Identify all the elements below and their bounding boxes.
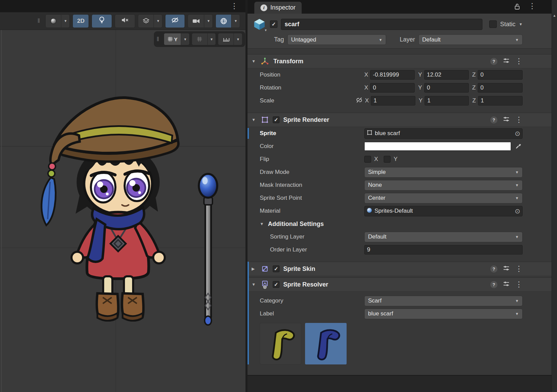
tab-label: Inspector	[270, 4, 296, 11]
presets-icon[interactable]	[503, 116, 510, 124]
sprite-skin-component: ▶ ✓ Sprite Skin ? ⋮	[248, 262, 552, 276]
inspector-menu-icon[interactable]: ⋮	[528, 2, 536, 10]
object-picker-icon[interactable]: ⊙	[515, 130, 520, 137]
grid-toolbar-drag-handle[interactable]: ‖	[157, 36, 160, 43]
sprite-resolver-enabled-checkbox[interactable]: ✓	[273, 281, 280, 288]
chevron-down-icon[interactable]: ▼	[204, 15, 212, 28]
component-menu-icon[interactable]: ⋮	[515, 116, 523, 124]
hidden-objects-button[interactable]	[165, 14, 185, 28]
presets-icon[interactable]	[503, 58, 510, 65]
scale-link-icon[interactable]	[355, 97, 363, 105]
gameobject-name-field[interactable]	[281, 19, 482, 30]
order-in-layer-label: Order in Layer	[260, 246, 364, 253]
sprite-renderer-foldout[interactable]: ▼	[252, 117, 257, 122]
rotation-y-field[interactable]	[424, 83, 469, 93]
thumbnail-blue-scarf[interactable]	[305, 323, 347, 364]
transform-foldout[interactable]: ▼	[252, 59, 257, 64]
tab-inspector[interactable]: i Inspector	[254, 2, 302, 14]
category-dropdown[interactable]: Scarf ▼	[364, 296, 523, 306]
rotation-x-field[interactable]	[370, 83, 415, 93]
chevron-down-icon[interactable]: ▼	[234, 33, 242, 45]
lighting-toggle-button[interactable]	[92, 14, 112, 28]
component-menu-icon[interactable]: ⋮	[515, 265, 523, 273]
scene-canvas[interactable]	[0, 0, 245, 392]
audio-mute-button[interactable]	[115, 14, 135, 28]
grid-visibility-button[interactable]: ▼	[192, 33, 216, 45]
static-checkbox[interactable]	[489, 20, 497, 28]
sprite-label: Sprite	[260, 130, 364, 137]
flip-y-label: Y	[394, 156, 397, 163]
chevron-down-icon[interactable]: ▼	[181, 33, 189, 45]
sprite-object-field[interactable]: blue scarf ⊙	[364, 128, 523, 139]
2d-toggle-button[interactable]: 2D	[73, 14, 89, 28]
gameobject-active-checkbox[interactable]: ✓	[270, 20, 277, 28]
layer-dropdown[interactable]: Default ▼	[418, 34, 523, 45]
flip-x-checkbox[interactable]	[364, 156, 371, 163]
label-dropdown[interactable]: blue scarf ▼	[364, 309, 523, 319]
help-icon[interactable]: ?	[490, 58, 497, 65]
chevron-down-icon[interactable]: ▼	[232, 15, 240, 28]
inspector-scrollbar[interactable]: ▲	[552, 0, 557, 392]
scene-menu-icon[interactable]: ⋮	[230, 2, 238, 10]
mask-interaction-dropdown[interactable]: None ▼	[364, 180, 523, 191]
position-x-field[interactable]	[370, 70, 415, 80]
snap-increment-button[interactable]: ▼	[218, 33, 242, 45]
color-label: Color	[260, 143, 364, 150]
sprite-renderer-enabled-checkbox[interactable]: ✓	[273, 116, 280, 123]
scale-z-field[interactable]	[478, 96, 523, 105]
scale-y-field[interactable]	[425, 96, 469, 105]
component-menu-icon[interactable]: ⋮	[515, 281, 523, 288]
chevron-down-icon[interactable]: ▼	[61, 15, 69, 28]
flip-label: Flip	[260, 156, 364, 163]
static-label: Static	[500, 21, 515, 28]
sprite-resolver-foldout[interactable]: ▼	[252, 282, 257, 287]
color-swatch[interactable]	[364, 142, 511, 151]
rotation-z-field[interactable]	[478, 83, 523, 93]
scroll-up-icon[interactable]: ▲	[552, 0, 557, 17]
presets-icon[interactable]	[503, 265, 510, 273]
sprite-skin-foldout[interactable]: ▶	[252, 266, 257, 271]
component-menu-icon[interactable]: ⋮	[515, 58, 523, 65]
sorting-layer-dropdown[interactable]: Default ▼	[364, 232, 523, 242]
static-dropdown-arrow[interactable]: ▼	[519, 22, 523, 26]
chevron-down-icon[interactable]: ▼	[154, 15, 162, 28]
sprite-renderer-component: ▼ ✓ Sprite Renderer ? ⋮ Sprite blue scar…	[248, 113, 552, 256]
order-in-layer-field[interactable]	[364, 245, 523, 255]
thumbnail-yellow-scarf[interactable]	[260, 323, 301, 364]
sprite-skin-enabled-checkbox[interactable]: ✓	[273, 265, 280, 272]
lock-icon[interactable]	[514, 3, 520, 12]
grid-axis-button[interactable]: Y ▼	[164, 33, 190, 45]
sprite-mini-icon	[367, 130, 372, 137]
yellow-scarf-image	[264, 327, 298, 361]
eyedropper-icon[interactable]	[514, 143, 523, 150]
tag-dropdown[interactable]: Untagged ▼	[287, 34, 386, 45]
rotation-row: Rotation X Y Z	[248, 81, 552, 94]
layers-icon	[138, 15, 154, 28]
additional-settings-foldout[interactable]: ▼	[260, 222, 265, 226]
sprite-sort-point-dropdown[interactable]: Center ▼	[364, 193, 523, 203]
sprite-sort-point-label: Sprite Sort Point	[260, 195, 364, 201]
help-icon[interactable]: ?	[490, 281, 497, 288]
toolbar-drag-handle[interactable]: ‖	[37, 17, 41, 24]
label-label: Label	[260, 310, 364, 317]
order-in-layer-row: Order in Layer	[248, 243, 552, 256]
scale-x-field[interactable]	[371, 96, 415, 105]
object-picker-icon[interactable]: ⊙	[515, 208, 520, 214]
shading-mode-button[interactable]: ▼	[45, 14, 70, 28]
camera-view-button[interactable]: ▼	[188, 14, 213, 28]
presets-icon[interactable]	[503, 281, 510, 288]
component-title: Transform	[273, 58, 487, 65]
draw-mode-dropdown[interactable]: Simple ▼	[364, 167, 523, 178]
chevron-down-icon[interactable]: ▼	[208, 33, 216, 45]
help-icon[interactable]: ?	[490, 116, 497, 124]
camera-icon	[188, 15, 204, 28]
gizmos-button[interactable]: ▼	[216, 14, 240, 28]
effects-button[interactable]: ▼	[138, 14, 162, 28]
sprite-skin-icon	[260, 264, 270, 274]
material-object-field[interactable]: Sprites-Default ⊙	[364, 206, 523, 216]
help-icon[interactable]: ?	[490, 265, 497, 273]
flip-y-checkbox[interactable]	[384, 156, 391, 163]
gameobject-cube-icon[interactable]: ▼	[252, 17, 267, 31]
position-z-field[interactable]	[478, 70, 523, 80]
position-y-field[interactable]	[424, 70, 469, 80]
